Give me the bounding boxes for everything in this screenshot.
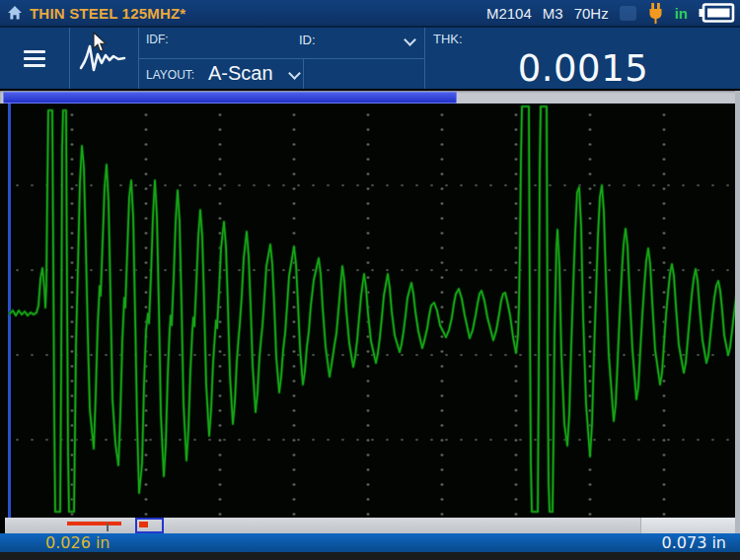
thk-value: 0.0015 [425, 47, 740, 90]
gate-strip-thumb [640, 518, 735, 533]
gate-strip [5, 518, 735, 533]
usb-power-icon [647, 3, 664, 24]
zoom-window-marker [139, 522, 148, 527]
bottom-filler [0, 552, 740, 560]
zoom-scrollbar[interactable] [0, 91, 740, 104]
screen-right-edge [735, 91, 740, 533]
layout-dropdown[interactable]: LAYOUT: A-Scan [138, 59, 304, 89]
battery-icon [699, 3, 735, 23]
hamburger-icon [24, 50, 45, 67]
file-title: THIN STEEL 125MHZ* [30, 5, 185, 22]
menu-button[interactable] [0, 28, 69, 89]
unit-indicator: in [675, 5, 688, 22]
status-bar: THIN STEEL 125MHZ* M2104 M3 70Hz in [0, 0, 740, 28]
range-max: 0.073 in [662, 533, 726, 552]
range-bar: 0.026 in 0.073 in [0, 533, 740, 552]
layout-value: A-Scan [208, 62, 273, 85]
gate-tick [107, 524, 109, 531]
freeze-icon [620, 6, 636, 21]
id-chevron-down-icon [404, 34, 416, 46]
probe-model: M2104 [486, 5, 532, 22]
waveform-icon [79, 40, 130, 76]
update-rate: 70Hz [574, 5, 609, 22]
status-indicators: M2104 M3 70Hz in [486, 3, 740, 24]
toolbar-empty-cell [303, 59, 425, 89]
thk-label: THK: [433, 32, 463, 46]
home-icon[interactable] [7, 5, 23, 21]
idf-label: IDF: [146, 33, 169, 46]
toolbar: IDF: ID: LAYOUT: A-Scan THK: 0.0015 [0, 28, 740, 89]
ascan-view-button[interactable] [69, 28, 138, 89]
thickness-readout: THK: 0.0015 [424, 28, 740, 89]
zoom-window-box[interactable] [135, 518, 164, 533]
scrollbar-thumb[interactable] [3, 92, 457, 104]
range-min: 0.026 in [45, 533, 110, 552]
waveform-trace [0, 104, 740, 518]
id-file-dropdown[interactable]: IDF: ID: [138, 28, 425, 59]
ascan-display [0, 104, 740, 518]
layout-chevron-down-icon [288, 67, 301, 80]
id-label: ID: [299, 33, 316, 47]
gate-red-line [67, 522, 121, 525]
layout-label: LAYOUT: [146, 68, 194, 82]
measure-mode: M3 [543, 5, 563, 22]
